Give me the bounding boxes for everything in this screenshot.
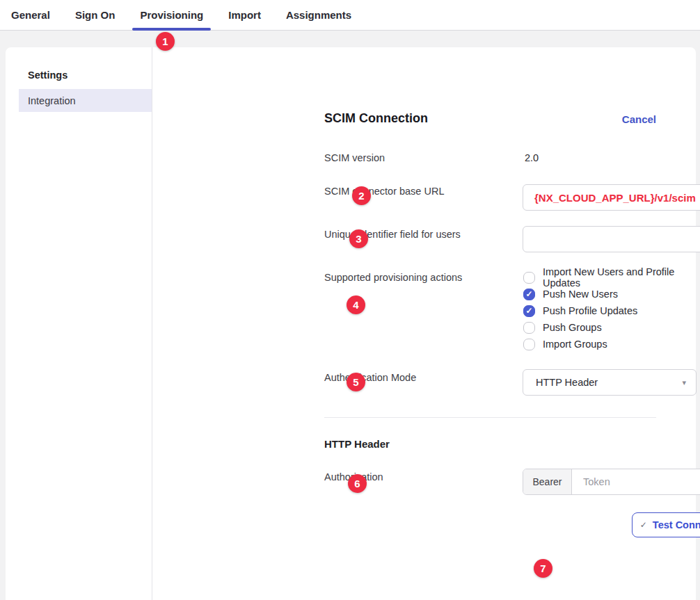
token-input[interactable] <box>572 469 700 494</box>
auth-mode-select[interactable]: HTTP Header ▾ <box>523 369 697 396</box>
http-header-section-title: HTTP Header <box>324 438 390 450</box>
annotation-badge-4: 4 <box>347 295 365 314</box>
tab-provisioning[interactable]: Provisioning <box>140 0 203 30</box>
section-divider <box>324 417 656 418</box>
checkbox-icon[interactable] <box>523 305 535 317</box>
provisioning-actions-list: Import New Users and Profile Updates Pus… <box>523 269 696 352</box>
provisioning-actions-label: Supported provisioning actions <box>324 270 462 284</box>
annotation-badge-7: 7 <box>534 559 552 578</box>
action-label: Import Groups <box>543 339 607 350</box>
action-import-groups[interactable]: Import Groups <box>523 336 696 352</box>
tab-sign-on[interactable]: Sign On <box>75 0 116 30</box>
sidebar-item-integration[interactable]: Integration <box>19 89 152 112</box>
action-push-profile-updates[interactable]: Push Profile Updates <box>523 302 696 319</box>
annotation-badge-3: 3 <box>349 229 368 248</box>
tab-assignments[interactable]: Assignments <box>286 0 351 30</box>
scim-connection-form: SCIM Connection Cancel SCIM version 2.0 … <box>152 47 696 600</box>
settings-card: Settings Integration SCIM Connection Can… <box>6 47 696 600</box>
scim-version-value: 2.0 <box>525 151 539 165</box>
active-tab-underline <box>132 28 211 31</box>
check-icon: ✓ <box>640 520 647 530</box>
action-label: Push Groups <box>543 322 602 333</box>
action-push-new-users[interactable]: Push New Users <box>523 286 696 302</box>
unique-id-label: Unique identifier field for users <box>324 227 461 241</box>
annotation-badge-2: 2 <box>352 186 371 205</box>
annotation-badge-5: 5 <box>347 373 365 391</box>
tab-label: Sign On <box>75 9 116 21</box>
scim-version-label: SCIM version <box>324 151 385 165</box>
sidebar-item-label: Integration <box>28 95 76 106</box>
checkbox-icon[interactable] <box>523 322 535 334</box>
tab-label: General <box>11 9 50 21</box>
auth-mode-selected-value: HTTP Header <box>536 377 598 388</box>
action-push-groups[interactable]: Push Groups <box>523 319 696 336</box>
provisioning-page: General Sign On Provisioning Import Assi… <box>0 0 700 600</box>
sidebar-header: Settings <box>6 47 152 81</box>
authorization-input-group: Bearer <box>523 469 700 495</box>
annotation-badge-1: 1 <box>156 32 175 51</box>
unique-id-input[interactable] <box>523 226 700 252</box>
auth-mode-label: Authentication Mode <box>324 371 416 384</box>
bearer-prefix: Bearer <box>523 469 572 494</box>
test-connector-button[interactable]: ✓ Test Connector Configuration <box>632 512 700 537</box>
test-connector-label: Test Connector Configuration <box>653 519 700 530</box>
cancel-link-top[interactable]: Cancel <box>622 113 656 125</box>
base-url-label: SCIM connector base URL <box>324 184 444 198</box>
action-label: Push Profile Updates <box>543 305 637 316</box>
action-import-new-users[interactable]: Import New Users and Profile Updates <box>523 269 696 286</box>
tab-general[interactable]: General <box>11 0 50 30</box>
checkbox-icon[interactable] <box>523 339 535 350</box>
checkbox-icon[interactable] <box>523 272 535 284</box>
app-tab-bar: General Sign On Provisioning Import Assi… <box>0 0 700 31</box>
annotation-badge-6: 6 <box>348 474 367 493</box>
tab-import[interactable]: Import <box>228 0 261 30</box>
checkbox-icon[interactable] <box>523 289 535 300</box>
tab-label: Assignments <box>286 9 351 21</box>
settings-sidebar: Settings Integration <box>6 47 152 600</box>
tab-label: Import <box>228 9 261 21</box>
tab-label: Provisioning <box>140 9 203 21</box>
page-title: SCIM Connection <box>324 111 428 126</box>
chevron-down-icon: ▾ <box>682 378 686 387</box>
base-url-input[interactable] <box>523 184 700 211</box>
action-label: Push New Users <box>543 289 618 300</box>
